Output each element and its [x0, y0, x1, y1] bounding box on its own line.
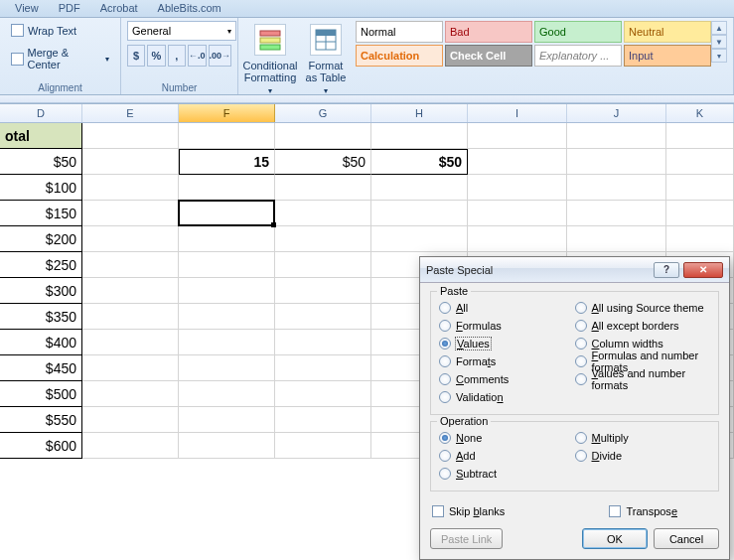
cell-G-12[interactable]: [275, 433, 371, 459]
cell-F-12[interactable]: [179, 433, 275, 459]
col-header-G[interactable]: G: [275, 104, 371, 122]
style-explanatory-[interactable]: Explanatory ...: [534, 45, 622, 67]
cell-K-2[interactable]: [666, 175, 734, 201]
cell-J-4[interactable]: [567, 226, 666, 252]
cell-F-10[interactable]: [179, 381, 275, 407]
cell-F-0[interactable]: [179, 123, 275, 149]
cell-D-6[interactable]: $300: [0, 278, 82, 304]
cell-E-8[interactable]: [82, 330, 179, 355]
cell-K-1[interactable]: [666, 149, 734, 175]
col-header-F[interactable]: F: [179, 104, 275, 122]
close-button[interactable]: ✕: [683, 262, 723, 278]
cancel-button[interactable]: Cancel: [654, 528, 719, 549]
cell-I-3[interactable]: [468, 201, 567, 226]
paste-radio-validation[interactable]: Validation: [439, 388, 575, 405]
cell-G-9[interactable]: [275, 355, 371, 381]
cell-D-5[interactable]: $250: [0, 252, 82, 278]
style-input[interactable]: Input: [624, 45, 711, 67]
currency-button[interactable]: $: [127, 45, 145, 67]
cell-D-11[interactable]: $550: [0, 407, 82, 433]
paste-radio-all-except-borders[interactable]: All except borders: [575, 317, 711, 334]
cell-E-1[interactable]: [82, 149, 179, 175]
col-header-K[interactable]: K: [666, 104, 734, 122]
increase-decimal-button[interactable]: ←.0: [188, 45, 207, 67]
dialog-titlebar[interactable]: Paste Special ? ✕: [420, 257, 729, 283]
cell-H-3[interactable]: [371, 201, 468, 226]
cell-E-10[interactable]: [82, 381, 179, 407]
cell-G-6[interactable]: [275, 278, 371, 304]
col-header-H[interactable]: H: [371, 104, 468, 122]
styles-scroll[interactable]: ▲ ▼ ▾: [711, 21, 727, 67]
cell-E-5[interactable]: [82, 252, 179, 278]
cell-D-0[interactable]: otal: [0, 123, 82, 149]
style-check-cell[interactable]: Check Cell: [445, 45, 532, 67]
style-good[interactable]: Good: [534, 21, 622, 43]
cell-G-8[interactable]: [275, 330, 371, 355]
operation-radio-subtract[interactable]: Subtract: [439, 465, 575, 482]
cell-J-2[interactable]: [567, 175, 666, 201]
cell-G-3[interactable]: [275, 201, 371, 226]
cell-I-2[interactable]: [468, 175, 567, 201]
ok-button[interactable]: OK: [582, 528, 648, 549]
cell-F-6[interactable]: [179, 278, 275, 304]
cell-F-5[interactable]: [179, 252, 275, 278]
cell-D-10[interactable]: $500: [0, 381, 82, 407]
cell-D-4[interactable]: $200: [0, 226, 82, 252]
transpose-checkbox[interactable]: Transpose: [609, 502, 677, 519]
operation-radio-divide[interactable]: Divide: [575, 447, 711, 464]
cell-G-0[interactable]: [275, 123, 371, 149]
cell-E-11[interactable]: [82, 407, 179, 433]
styles-scroll-down[interactable]: ▼: [711, 35, 727, 49]
cell-E-0[interactable]: [82, 123, 179, 149]
paste-radio-all-using-source-theme[interactable]: All using Source theme: [575, 299, 711, 316]
paste-radio-formats[interactable]: Formats: [439, 352, 575, 369]
cell-F-11[interactable]: [179, 407, 275, 433]
cell-F-8[interactable]: [179, 330, 275, 355]
cell-H-4[interactable]: [371, 226, 468, 252]
cell-E-7[interactable]: [82, 304, 179, 330]
cell-F-9[interactable]: [179, 355, 275, 381]
comma-button[interactable]: ,: [168, 45, 186, 67]
skip-blanks-checkbox[interactable]: Skip blanks: [432, 502, 505, 519]
cell-G-10[interactable]: [275, 381, 371, 407]
cell-E-4[interactable]: [82, 226, 179, 252]
col-header-J[interactable]: J: [567, 104, 666, 122]
operation-radio-none[interactable]: None: [439, 429, 575, 446]
cell-F-3[interactable]: [179, 201, 275, 226]
cell-I-0[interactable]: [468, 123, 567, 149]
style-neutral[interactable]: Neutral: [624, 21, 711, 43]
cell-K-0[interactable]: [666, 123, 734, 149]
percent-button[interactable]: %: [147, 45, 165, 67]
cell-styles-gallery[interactable]: NormalBadGoodNeutralCalculationCheck Cel…: [356, 21, 711, 67]
style-bad[interactable]: Bad: [445, 21, 532, 43]
cell-G-7[interactable]: [275, 304, 371, 330]
paste-radio-values-and-number-formats[interactable]: Values and number formats: [575, 370, 711, 387]
paste-radio-comments[interactable]: Comments: [439, 370, 575, 387]
cell-E-3[interactable]: [82, 201, 179, 226]
cell-F-1[interactable]: 15: [179, 149, 275, 175]
cell-E-9[interactable]: [82, 355, 179, 381]
style-normal[interactable]: Normal: [356, 21, 443, 43]
merge-center-button[interactable]: Merge & Center ▾: [6, 44, 114, 73]
col-header-E[interactable]: E: [82, 104, 179, 122]
cell-G-5[interactable]: [275, 252, 371, 278]
cell-G-2[interactable]: [275, 175, 371, 201]
cell-G-11[interactable]: [275, 407, 371, 433]
col-header-I[interactable]: I: [468, 104, 567, 122]
tab-view[interactable]: View: [5, 0, 49, 17]
cell-D-9[interactable]: $450: [0, 355, 82, 381]
cell-G-4[interactable]: [275, 226, 371, 252]
column-headers[interactable]: DEFGHIJK: [0, 103, 734, 123]
tab-pdf[interactable]: PDF: [49, 0, 90, 17]
cell-D-8[interactable]: $400: [0, 330, 82, 355]
cell-D-1[interactable]: $50: [0, 149, 82, 175]
format-as-table-button[interactable]: Format as Table▾: [300, 21, 352, 99]
cell-G-1[interactable]: $50: [275, 149, 371, 175]
paste-radio-values[interactable]: Values: [439, 335, 575, 351]
styles-scroll-up[interactable]: ▲: [711, 21, 727, 35]
cell-F-2[interactable]: [179, 175, 275, 201]
cell-H-1[interactable]: $50: [371, 149, 468, 175]
conditional-formatting-button[interactable]: Conditional Formatting▾: [244, 21, 296, 99]
operation-radio-add[interactable]: Add: [439, 447, 575, 464]
cell-D-7[interactable]: $350: [0, 304, 82, 330]
